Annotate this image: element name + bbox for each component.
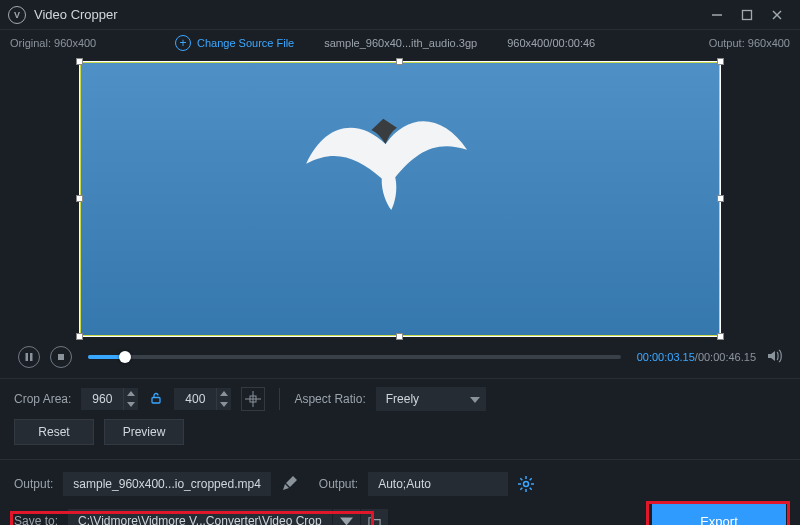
crop-height-field[interactable] — [174, 392, 216, 406]
maximize-button[interactable] — [732, 1, 762, 29]
close-button[interactable] — [762, 1, 792, 29]
crop-handle[interactable] — [396, 58, 403, 65]
plus-circle-icon: + — [175, 35, 191, 51]
stop-button[interactable] — [50, 346, 72, 368]
output-settings-button[interactable] — [518, 476, 534, 492]
crop-handle[interactable] — [76, 195, 83, 202]
aspect-lock-toggle[interactable] — [150, 392, 162, 407]
seek-slider[interactable] — [88, 355, 621, 359]
crop-handle[interactable] — [76, 58, 83, 65]
preview-button[interactable]: Preview — [104, 419, 184, 445]
timecode-display: 00:00:03.15/00:00:46.15 — [637, 351, 756, 363]
output-dimensions: 960x400 — [748, 37, 790, 49]
crop-handle[interactable] — [396, 333, 403, 340]
output-filename-field[interactable]: sample_960x400...io_cropped.mp4 — [63, 472, 270, 496]
original-label: Original: — [10, 37, 51, 49]
center-crop-button[interactable] — [241, 387, 265, 411]
save-to-label: Save to: — [14, 514, 58, 525]
edit-filename-icon[interactable] — [281, 476, 297, 492]
svg-rect-5 — [30, 353, 33, 361]
change-source-button[interactable]: + Change Source File — [175, 35, 294, 51]
chevron-down-icon — [470, 392, 480, 406]
video-preview[interactable] — [80, 62, 720, 336]
crop-area-label: Crop Area: — [14, 392, 71, 406]
reset-button[interactable]: Reset — [14, 419, 94, 445]
source-info-row: Original: 960x400 + Change Source File s… — [0, 30, 800, 56]
preview-canvas — [80, 62, 720, 336]
crop-handle[interactable] — [717, 58, 724, 65]
source-meta: 960x400/00:00:46 — [507, 37, 595, 49]
crop-width-field[interactable] — [81, 392, 123, 406]
seek-knob[interactable] — [119, 351, 131, 363]
output-format-field[interactable]: Auto;Auto — [368, 472, 508, 496]
svg-rect-1 — [743, 10, 752, 19]
spin-down-icon[interactable] — [124, 399, 138, 410]
pause-button[interactable] — [18, 346, 40, 368]
spin-up-icon[interactable] — [124, 388, 138, 399]
original-dimensions: 960x400 — [54, 37, 96, 49]
aspect-ratio-value: Freely — [386, 392, 419, 406]
crop-handle[interactable] — [76, 333, 83, 340]
svg-rect-4 — [26, 353, 29, 361]
titlebar: V Video Cropper — [0, 0, 800, 30]
minimize-button[interactable] — [702, 1, 732, 29]
output-file-row: Output: sample_960x400...io_cropped.mp4 … — [0, 468, 800, 500]
browse-folder-button[interactable] — [360, 509, 388, 525]
spin-up-icon[interactable] — [217, 388, 231, 399]
aspect-ratio-label: Aspect Ratio: — [294, 392, 365, 406]
bird-icon — [298, 102, 476, 218]
change-source-label: Change Source File — [197, 37, 294, 49]
app-logo-icon: V — [8, 6, 26, 24]
spin-down-icon[interactable] — [217, 399, 231, 410]
svg-rect-6 — [58, 354, 64, 360]
output-file-label: Output: — [14, 477, 53, 491]
output-label: Output: — [709, 37, 745, 49]
aspect-ratio-select[interactable]: Freely — [376, 387, 486, 411]
crop-width-input[interactable] — [81, 388, 138, 410]
save-path-dropdown[interactable] — [332, 509, 360, 525]
output-format-label: Output: — [319, 477, 358, 491]
app-title: Video Cropper — [34, 7, 118, 22]
crop-handle[interactable] — [717, 333, 724, 340]
volume-button[interactable] — [766, 348, 782, 367]
source-filename: sample_960x40...ith_audio.3gp — [324, 37, 477, 49]
save-to-row: Save to: C:\Vidmore\Vidmore V...Converte… — [0, 500, 800, 525]
crop-controls: Crop Area: Aspect Ratio: Freely — [0, 387, 800, 419]
export-button[interactable]: Export — [652, 504, 786, 525]
current-time: 00:00:03.15 — [637, 351, 695, 363]
total-time: /00:00:46.15 — [695, 351, 756, 363]
crop-height-input[interactable] — [174, 388, 231, 410]
svg-point-11 — [524, 482, 529, 487]
crop-handle[interactable] — [717, 195, 724, 202]
svg-rect-7 — [152, 397, 160, 403]
playback-row: 00:00:03.15/00:00:46.15 — [0, 336, 800, 374]
save-path-field[interactable]: C:\Vidmore\Vidmore V...Converter\Video C… — [68, 509, 332, 525]
